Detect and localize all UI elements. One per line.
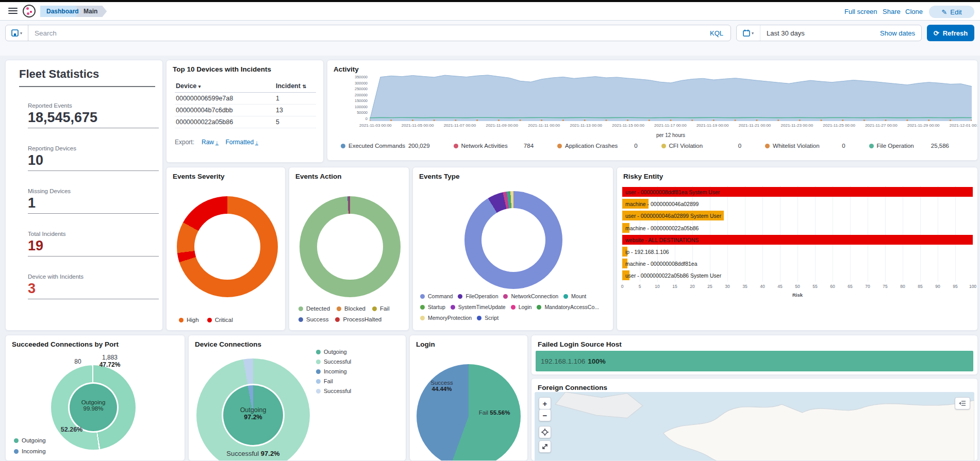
- risk-row: user - 0000000046a02899 System User: [622, 210, 973, 221]
- legend-item[interactable]: Network Activities784: [454, 143, 558, 149]
- map-landmass: [535, 392, 974, 461]
- legend-item[interactable]: File Operation25,586: [869, 143, 973, 149]
- legend-item[interactable]: Blocked: [337, 305, 366, 312]
- map-zoom-out-button[interactable]: −: [539, 409, 551, 421]
- world-map[interactable]: + −: [535, 392, 974, 461]
- legend-label: Blocked: [344, 305, 366, 312]
- x-tick: 2021-11-03 00:00: [359, 123, 392, 128]
- legend-item[interactable]: MemoryProtection: [420, 315, 472, 321]
- legend-item[interactable]: Command: [420, 293, 453, 299]
- legend-item[interactable]: Incoming: [316, 368, 351, 374]
- column-header-device[interactable]: Device ▾: [175, 80, 275, 93]
- legend-item[interactable]: Detected: [298, 305, 330, 312]
- legend-item[interactable]: Success: [298, 316, 328, 322]
- panel-succeeded-connections-by-port: Succeeded Connections by Port 80 1,88347…: [5, 335, 185, 461]
- legend-item[interactable]: CFI Violation0: [661, 143, 766, 149]
- column-header-incident[interactable]: Incident ⇅: [275, 80, 316, 93]
- share-link[interactable]: Share: [883, 8, 901, 15]
- legend-item[interactable]: Login: [511, 304, 532, 310]
- legend-dot: [557, 144, 562, 148]
- risk-bar-label: user - 0000000046a02899 System User: [625, 213, 721, 219]
- map-zoom-in-button[interactable]: +: [539, 397, 551, 409]
- panel-device-connections: Device Connections Outgoing97.2% Success…: [188, 335, 406, 461]
- legend-item[interactable]: Fail: [316, 378, 351, 384]
- table-row[interactable]: 000000004b7c6dbb13: [175, 105, 316, 116]
- download-icon: ↓: [255, 140, 258, 145]
- x-tick: 35: [742, 284, 747, 289]
- legend-item[interactable]: High: [179, 317, 199, 323]
- export-formatted-link[interactable]: Formatted↓: [226, 139, 258, 146]
- x-tick: 75: [883, 284, 887, 289]
- legend-item[interactable]: MandatoryAccessCo...: [537, 304, 599, 310]
- legend-item[interactable]: Outgoing: [316, 349, 351, 355]
- panel-title: Top 10 Devices with Incidents: [173, 65, 271, 73]
- show-dates-link[interactable]: Show dates: [880, 29, 921, 37]
- legend-item[interactable]: Script: [477, 315, 499, 321]
- slice-label-5226: 52.26%: [61, 426, 82, 433]
- legend-dot: [420, 316, 425, 320]
- legend-dot: [511, 305, 516, 310]
- legend-dot: [563, 294, 568, 299]
- table-cell: 000000006599e7a8: [175, 93, 275, 105]
- panel-title: Activity: [334, 65, 359, 73]
- map-geolocate-button[interactable]: [539, 426, 551, 438]
- saved-query-button[interactable]: ▾: [6, 25, 28, 41]
- table-cell: 0000000022a05b86: [175, 116, 275, 128]
- x-tick: 2021-11-13 00:00: [570, 123, 602, 128]
- legend-label: Fail: [380, 305, 390, 312]
- table-row[interactable]: 0000000022a05b865: [175, 116, 316, 128]
- kql-button[interactable]: KQL: [703, 29, 730, 37]
- legend-dot: [337, 306, 341, 311]
- legend-item[interactable]: ProcessHalted: [335, 316, 381, 322]
- full-screen-link[interactable]: Full screen: [844, 8, 877, 15]
- x-tick: 15: [672, 284, 677, 289]
- export-row: Export: Raw↓ Formatted↓: [175, 139, 258, 146]
- risk-bar-label: ip - 192.168.1.106: [625, 249, 669, 255]
- legend-item[interactable]: Critical: [207, 317, 233, 323]
- divider: [19, 86, 155, 87]
- risk-row: ip - 192.168.1.106: [622, 246, 973, 258]
- legend-item[interactable]: Mount: [563, 293, 586, 299]
- legend-item[interactable]: FileOperation: [458, 293, 498, 299]
- time-range-value[interactable]: Last 30 days: [760, 29, 805, 37]
- map-expand-button[interactable]: [539, 440, 551, 453]
- legend-item[interactable]: Fail: [372, 305, 390, 312]
- legend-item[interactable]: Whitelist Violation0: [765, 143, 869, 149]
- breadcrumb-main[interactable]: Main: [75, 6, 107, 17]
- legend-item[interactable]: Application Crashes0: [557, 143, 661, 149]
- metric-value: 19: [28, 238, 159, 257]
- map-legend-toggle-button[interactable]: [955, 397, 970, 409]
- legend-item[interactable]: Successful: [316, 358, 351, 365]
- legend-item[interactable]: Outgoing: [14, 437, 46, 443]
- search-input[interactable]: [28, 29, 703, 37]
- panel-title: Device Connections: [195, 340, 261, 348]
- slice-label-port-80: 80: [74, 358, 81, 365]
- legend-item[interactable]: Successful: [316, 388, 351, 394]
- legend-item[interactable]: Executed Commands200,029: [341, 143, 454, 149]
- slice-label-fail: Fail 55.56%: [479, 409, 510, 416]
- legend-dot: [298, 317, 303, 322]
- table-row[interactable]: 000000006599e7a81: [175, 93, 316, 105]
- edit-button[interactable]: ✎ Edit: [929, 6, 974, 18]
- legend-dot: [14, 438, 19, 443]
- legend-item[interactable]: Startup: [420, 304, 445, 310]
- menu-hamburger-icon[interactable]: [8, 8, 18, 15]
- legend-item[interactable]: NetworkConnection: [503, 293, 558, 299]
- calendar-button[interactable]: ▾: [737, 25, 760, 41]
- x-tick: 2021-11-11 00:00: [528, 123, 560, 128]
- legend-label: MemoryProtection: [428, 315, 472, 321]
- failed-login-bar[interactable]: 192.168.1.106 100%: [536, 351, 973, 371]
- legend-value: 0: [842, 143, 869, 149]
- y-tick: 100000: [355, 105, 368, 109]
- clone-link[interactable]: Clone: [905, 8, 923, 15]
- app-logo[interactable]: [23, 5, 36, 18]
- x-tick: 2021-11-29 00:00: [907, 123, 940, 128]
- expand-diagonal-icon: [542, 443, 548, 450]
- legend-label: FileOperation: [466, 293, 498, 299]
- refresh-button[interactable]: ⟳ Refresh: [927, 25, 974, 41]
- legend-item[interactable]: Incoming: [14, 448, 46, 454]
- activity-area-chart[interactable]: [370, 75, 972, 121]
- export-raw-link[interactable]: Raw↓: [202, 139, 219, 146]
- legend-item[interactable]: SystemTimeUpdate: [451, 304, 506, 310]
- slice-label-outgoing: Outgoing99.98%: [81, 399, 106, 412]
